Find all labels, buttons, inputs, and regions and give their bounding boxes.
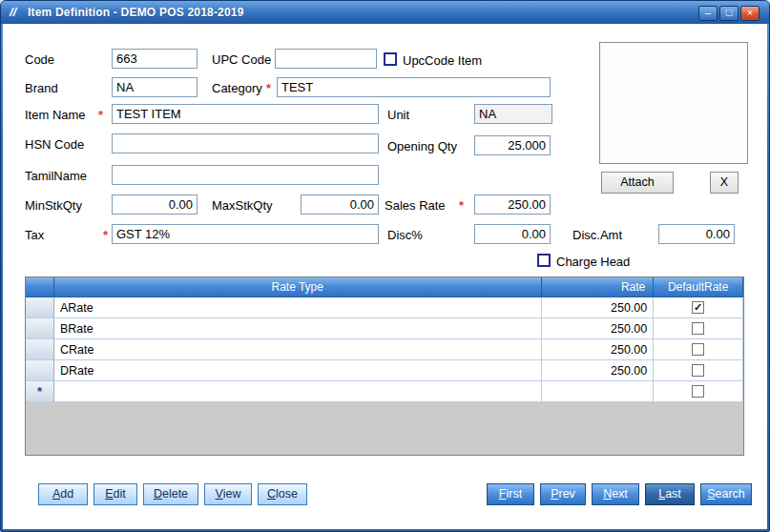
app-icon: // — [10, 5, 25, 20]
delete-button-label: Delete — [144, 484, 198, 504]
close-window-button[interactable]: × — [740, 6, 760, 21]
cell-defaultrate — [654, 381, 743, 402]
cell-rate[interactable] — [542, 381, 655, 402]
disc-pct-label: Disc% — [387, 228, 423, 242]
column-header-rate[interactable]: Rate — [542, 277, 655, 297]
cell-rate[interactable]: 250.00 — [542, 297, 655, 318]
cell-rate[interactable]: 250.00 — [542, 339, 655, 360]
upccode-item-checkbox[interactable] — [384, 52, 397, 66]
cell-rate-type[interactable] — [54, 381, 542, 402]
cell-defaultrate — [654, 318, 743, 339]
column-header-defaultrate[interactable]: DefaultRate — [654, 277, 743, 297]
hsn-code-input[interactable] — [112, 133, 379, 153]
edit-button[interactable]: Edit — [94, 483, 137, 505]
cell-rate[interactable]: 250.00 — [542, 360, 655, 381]
attach-button[interactable]: Attach — [601, 172, 674, 194]
row-selector[interactable] — [26, 297, 54, 318]
first-button-label: First — [488, 484, 533, 504]
cell-defaultrate — [654, 339, 743, 360]
cell-rate-type[interactable]: BRate — [54, 318, 542, 339]
new-row-selector[interactable]: * — [26, 381, 54, 402]
titlebar[interactable]: // Item Definition - DEMO POS 2018-2019 … — [1, 1, 769, 24]
cell-rate-type[interactable]: CRate — [54, 339, 542, 360]
hsn-code-label: HSN Code — [25, 137, 84, 152]
sales-rate-label: Sales Rate — [385, 198, 446, 213]
charge-head-checkbox[interactable] — [537, 254, 551, 267]
defaultrate-checkbox[interactable] — [692, 343, 704, 356]
search-button-label: Search — [701, 484, 751, 504]
cell-rate-type[interactable]: DRate — [54, 360, 542, 381]
opening-qty-label: Opening Qty — [387, 139, 457, 153]
tax-input[interactable] — [112, 224, 379, 244]
grid-row: ARate 250.00 ✓ — [26, 297, 743, 318]
maximize-button[interactable]: □ — [719, 6, 739, 21]
item-name-required-marker: * — [98, 108, 103, 122]
max-stk-qty-input[interactable] — [301, 194, 379, 215]
max-stk-qty-label: MaxStkQty — [212, 198, 273, 213]
item-name-label: Item Name — [25, 108, 86, 122]
grid-row: DRate 250.00 — [26, 360, 743, 381]
sales-rate-required-marker: * — [459, 198, 464, 213]
opening-qty-input[interactable] — [474, 135, 551, 155]
item-name-input[interactable] — [112, 104, 379, 124]
last-button[interactable]: Last — [645, 483, 695, 505]
remove-image-button-label: X — [711, 173, 738, 193]
disc-pct-input[interactable] — [474, 224, 551, 244]
category-input[interactable] — [277, 77, 551, 97]
brand-input[interactable] — [112, 77, 198, 97]
tax-required-marker: * — [103, 228, 108, 242]
grid-new-row: * — [26, 381, 743, 402]
item-image-box — [599, 42, 748, 164]
delete-button[interactable]: Delete — [143, 483, 198, 505]
close-button-label: Close — [259, 484, 306, 504]
search-button[interactable]: Search — [700, 483, 752, 505]
first-button[interactable]: First — [487, 483, 534, 505]
defaultrate-checkbox[interactable]: ✓ — [692, 301, 704, 314]
grid-row: CRate 250.00 — [26, 339, 743, 360]
disc-amt-input[interactable] — [658, 224, 735, 244]
window-title: Item Definition - DEMO POS 2018-2019 — [28, 6, 244, 19]
cell-defaultrate: ✓ — [654, 297, 743, 318]
prev-button-label: Prev — [541, 484, 585, 504]
grid-row: BRate 250.00 — [26, 318, 743, 339]
unit-input[interactable] — [474, 104, 552, 124]
category-label: Category — [212, 81, 262, 95]
last-button-label: Last — [646, 484, 694, 504]
remove-image-button[interactable]: X — [710, 172, 739, 194]
check-glyph: ✓ — [694, 302, 702, 313]
next-button[interactable]: Next — [592, 483, 639, 505]
min-stk-qty-input[interactable] — [112, 194, 198, 215]
defaultrate-checkbox[interactable] — [692, 364, 704, 377]
row-selector[interactable] — [26, 339, 54, 360]
brand-label: Brand — [25, 81, 58, 95]
code-input[interactable] — [112, 49, 198, 69]
row-selector[interactable] — [26, 360, 54, 381]
next-button-label: Next — [593, 484, 638, 504]
edit-button-label: Edit — [94, 484, 136, 504]
minimize-button[interactable]: – — [698, 6, 718, 21]
grid-header-row: Rate Type Rate DefaultRate — [26, 277, 743, 297]
cell-rate-type[interactable]: ARate — [54, 297, 542, 318]
tamil-name-label: TamilName — [25, 169, 87, 183]
upccode-item-label: UpcCode Item — [403, 53, 482, 68]
category-required-marker: * — [266, 81, 271, 95]
unit-label: Unit — [387, 108, 409, 122]
add-button-label: Add — [39, 484, 87, 504]
tamil-name-input[interactable] — [112, 165, 379, 185]
charge-head-label: Charge Head — [556, 255, 630, 269]
defaultrate-checkbox[interactable] — [692, 385, 704, 398]
close-button[interactable]: Close — [258, 483, 307, 505]
defaultrate-checkbox[interactable] — [692, 322, 704, 335]
min-stk-qty-label: MinStkQty — [25, 198, 82, 213]
column-header-rate-type[interactable]: Rate Type — [54, 277, 542, 297]
view-button[interactable]: View — [204, 483, 252, 505]
cell-rate[interactable]: 250.00 — [542, 318, 655, 339]
add-button[interactable]: Add — [38, 483, 88, 505]
tax-label: Tax — [25, 228, 44, 242]
disc-amt-label: Disc.Amt — [572, 228, 622, 242]
sales-rate-input[interactable] — [474, 194, 551, 215]
prev-button[interactable]: Prev — [540, 483, 586, 505]
upc-code-input[interactable] — [275, 49, 377, 69]
row-selector[interactable] — [26, 318, 54, 339]
attach-button-label: Attach — [602, 173, 673, 193]
